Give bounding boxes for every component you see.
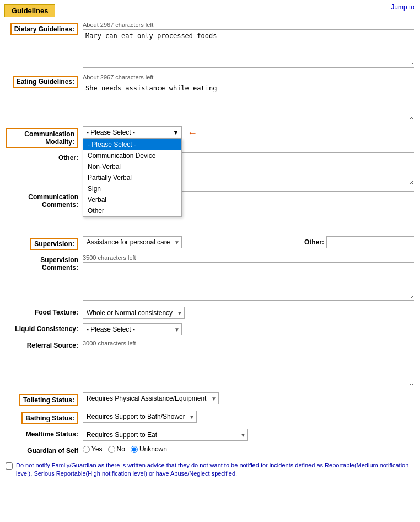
dietary-guidelines-row: Dietary Guidelines: About 2967 character… [6, 22, 414, 70]
referral-source-char-count: 3000 characters left [83, 340, 414, 347]
referral-source-textarea[interactable] [83, 348, 414, 386]
guidelines-header: Guidelines [4, 4, 55, 17]
dd-item-non-verbal[interactable]: Non-Verbal [83, 161, 181, 172]
toileting-status-label-boxed: Toileting Status: [19, 394, 78, 406]
communication-comments-label-text: Communication Comments: [28, 193, 78, 209]
dd-item-sign[interactable]: Sign [83, 183, 181, 194]
bathing-status-select[interactable]: Requires Support to Bath/Shower Independ… [83, 411, 197, 423]
notification-checkbox-label: Do not notify Family/Guardian as there i… [16, 461, 414, 478]
guardian-of-self-row: Guardian of Self Yes No Unknown [6, 445, 414, 455]
dd-item-other[interactable]: Other [83, 205, 181, 216]
guardian-unknown-label[interactable]: Unknown [131, 445, 167, 453]
top-row: Guidelines Jump to [0, 0, 420, 17]
eating-field: About 2967 characters left She needs ass… [83, 74, 414, 122]
mealtime-status-row: Mealtime Status: Requires Support to Eat… [6, 429, 414, 441]
eating-textarea[interactable]: She needs assistance while eating [83, 82, 414, 120]
dd-item-verbal[interactable]: Verbal [83, 194, 181, 205]
dd-item-partially-verbal[interactable]: Partially Verbal [83, 172, 181, 183]
communication-modality-list: - Please Select - Communication Device N… [83, 139, 182, 217]
bathing-status-label-boxed: Bathing Status: [21, 412, 78, 424]
supervision-field: Assistance for personal care None Overni… [83, 236, 414, 248]
other-label: Other: [58, 154, 78, 162]
referral-source-label: Referral Source: [6, 340, 83, 349]
supervision-comments-row: Supervision Comments: 3500 characters le… [6, 254, 414, 302]
jump-to-link[interactable]: Jump to [391, 3, 414, 11]
mealtime-status-select[interactable]: Requires Support to Eat Independent Othe… [83, 429, 248, 441]
mealtime-status-field: Requires Support to Eat Independent Othe… [83, 429, 414, 441]
food-texture-select-wrapper: Whole or Normal consistency Minced Puree… [83, 307, 185, 319]
dietary-char-count: About 2967 characters left [83, 22, 414, 28]
dd-item-please-select[interactable]: - Please Select - [83, 139, 181, 150]
guardian-no-label[interactable]: No [108, 445, 125, 453]
eating-guidelines-row: Eating Guidelines: About 2967 characters… [6, 74, 414, 122]
dropdown-arrow-icon: ▼ [173, 129, 179, 136]
notification-checkbox[interactable] [6, 462, 13, 470]
supervision-select-wrapper: Assistance for personal care None Overni… [83, 236, 182, 248]
bathing-status-label: Bathing Status: [6, 411, 83, 424]
other-row: Other: [6, 152, 414, 187]
supervision-comments-label-text: Supervision Comments: [40, 256, 78, 271]
toileting-status-select-wrapper: Requires Physical Assistance/Equipment I… [83, 392, 219, 404]
supervision-comments-field: 3500 characters left [83, 254, 414, 302]
liquid-consistency-label-text: Liquid Consistency: [15, 325, 78, 333]
food-texture-row: Food Texture: Whole or Normal consistenc… [6, 307, 414, 319]
guardian-of-self-label: Guardian of Self [6, 445, 83, 455]
communication-modality-field: - Please Select - ▼ - Please Select - Co… [83, 126, 414, 139]
communication-comments-label: Communication Comments: [6, 191, 83, 209]
dd-item-communication-device[interactable]: Communication Device [83, 150, 181, 161]
dietary-label-boxed: Dietary Guidelines: [10, 23, 78, 35]
communication-modality-label-boxed: Communication Modality: [6, 128, 78, 148]
supervision-label-boxed: Supervision: [30, 238, 78, 250]
guardian-yes-label[interactable]: Yes [83, 445, 103, 453]
dietary-textarea[interactable]: Mary can eat only processed foods [83, 29, 414, 68]
communication-modality-label: Communication Modality: [6, 126, 83, 148]
guardian-unknown-radio[interactable] [131, 446, 138, 453]
bathing-status-row: Bathing Status: Requires Support to Bath… [6, 411, 414, 424]
guardian-yes-radio[interactable] [83, 446, 90, 453]
page-container: Guidelines Jump to Dietary Guidelines: A… [0, 0, 420, 486]
communication-modality-dropdown[interactable]: - Please Select - ▼ - Please Select - Co… [83, 126, 182, 139]
dietary-label: Dietary Guidelines: [6, 22, 83, 35]
toileting-status-select[interactable]: Requires Physical Assistance/Equipment I… [83, 392, 219, 404]
mealtime-status-label: Mealtime Status: [6, 429, 83, 438]
main-content: Dietary Guidelines: About 2967 character… [0, 19, 420, 486]
other-label-cell: Other: [6, 152, 83, 162]
communication-modality-row: Communication Modality: - Please Select … [6, 126, 414, 148]
communication-modality-trigger[interactable]: - Please Select - ▼ [83, 126, 182, 139]
guardian-no-radio[interactable] [108, 446, 115, 453]
guardian-of-self-label-text: Guardian of Self [27, 447, 78, 455]
food-texture-label: Food Texture: [6, 307, 83, 316]
referral-source-row: Referral Source: 3000 characters left [6, 340, 414, 388]
bathing-status-select-wrapper: Requires Support to Bath/Shower Independ… [83, 411, 197, 423]
orange-arrow-icon: ← [187, 127, 197, 139]
eating-char-count: About 2967 characters left [83, 74, 414, 81]
guardian-radio-group: Yes No Unknown [83, 445, 414, 453]
supervision-comments-label: Supervision Comments: [6, 254, 83, 271]
liquid-consistency-select-wrapper: - Please Select - Thin Nectar Honey Pudd… [83, 323, 182, 335]
supervision-row: Supervision: Assistance for personal car… [6, 236, 414, 250]
mealtime-status-select-wrapper: Requires Support to Eat Independent Othe… [83, 429, 248, 441]
toileting-status-label: Toileting Status: [6, 392, 83, 406]
supervision-comments-char-count: 3500 characters left [83, 254, 414, 261]
supervision-select[interactable]: Assistance for personal care None Overni… [83, 236, 182, 248]
toileting-status-row: Toileting Status: Requires Physical Assi… [6, 392, 414, 406]
food-texture-label-text: Food Texture: [35, 308, 78, 316]
supervision-other-input[interactable] [326, 236, 414, 248]
liquid-consistency-row: Liquid Consistency: - Please Select - Th… [6, 323, 414, 335]
referral-source-field: 3000 characters left [83, 340, 414, 388]
guardian-yes-text: Yes [91, 445, 103, 453]
liquid-consistency-field: - Please Select - Thin Nectar Honey Pudd… [83, 323, 414, 335]
liquid-consistency-select[interactable]: - Please Select - Thin Nectar Honey Pudd… [83, 323, 182, 335]
food-texture-select[interactable]: Whole or Normal consistency Minced Puree… [83, 307, 185, 319]
notification-checkbox-row: Do not notify Family/Guardian as there i… [6, 459, 414, 481]
guardian-unknown-text: Unknown [139, 445, 167, 453]
guardian-no-text: No [117, 445, 125, 453]
supervision-inline: Assistance for personal care None Overni… [83, 236, 414, 248]
supervision-other-section: Other: [304, 236, 414, 248]
toileting-status-field: Requires Physical Assistance/Equipment I… [83, 392, 414, 404]
eating-label: Eating Guidelines: [6, 74, 83, 88]
mealtime-status-label-text: Mealtime Status: [26, 430, 78, 438]
supervision-comments-textarea[interactable] [83, 262, 414, 301]
supervision-other-label: Other: [304, 238, 324, 246]
guardian-of-self-field: Yes No Unknown [83, 445, 414, 453]
